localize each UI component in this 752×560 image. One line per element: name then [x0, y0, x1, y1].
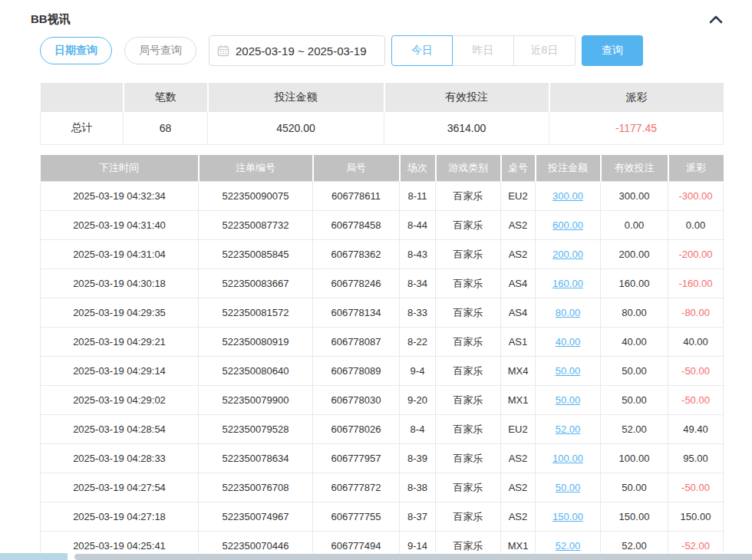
cell-order-number: 522350087732	[199, 211, 313, 240]
cell-valid-bet: 200.00	[601, 240, 668, 269]
cell-payout: 150.00	[668, 502, 724, 532]
h-scrollbar-left-segment[interactable]	[0, 553, 68, 560]
cell-round-number: 606777872	[313, 473, 400, 502]
summary-count: 68	[124, 112, 208, 144]
cell-order-number: 522350079900	[199, 386, 313, 415]
collapse-chevron-up-icon[interactable]	[708, 14, 724, 25]
cell-payout: -160.00	[668, 269, 724, 298]
cell-round-number: 606778089	[313, 357, 400, 386]
cell-bet-time: 2025-03-19 04:31:04	[41, 240, 199, 269]
cell-round-number: 606778458	[313, 211, 400, 240]
cell-payout: 95.00	[668, 444, 724, 473]
calendar-icon	[217, 44, 229, 57]
cell-session: 8-44	[400, 211, 436, 240]
bet-table-body: 2025-03-19 04:32:34522350090075606778611…	[41, 182, 724, 560]
cell-bet-amount: 80.00	[536, 298, 601, 328]
round-query-tab[interactable]: 局号查询	[124, 37, 196, 64]
cell-valid-bet: 40.00	[601, 328, 668, 357]
bet-col-header-6: 投注金额	[536, 155, 601, 182]
cell-table-number: AS4	[501, 269, 536, 298]
cell-payout: -50.00	[668, 357, 724, 386]
table-row: 2025-03-19 04:27:54522350076708606777872…	[41, 473, 724, 502]
cell-bet-amount: 100.00	[536, 444, 601, 473]
cell-game-type: 百家乐	[436, 444, 501, 473]
bet-amount-link[interactable]: 52.00	[556, 423, 581, 435]
bet-amount-link[interactable]: 40.00	[556, 336, 581, 348]
cell-session: 8-39	[400, 444, 436, 473]
table-row: 2025-03-19 04:30:18522350083667606778246…	[41, 269, 724, 298]
bet-amount-link[interactable]: 160.00	[552, 278, 583, 289]
cell-game-type: 百家乐	[436, 182, 501, 211]
table-row: 2025-03-19 04:29:14522350080640606778089…	[41, 357, 724, 386]
date-range-input[interactable]: 2025-03-19 ~ 2025-03-19	[209, 35, 385, 66]
summary-header-row: 笔数投注金额有效投注派彩	[41, 83, 724, 112]
cell-session: 9-4	[400, 357, 436, 386]
bet-amount-link[interactable]: 50.00	[556, 482, 581, 493]
summary-col-header-4: 派彩	[549, 83, 724, 112]
cell-game-type: 百家乐	[436, 473, 501, 502]
cell-valid-bet: 100.00	[601, 444, 668, 473]
bet-amount-link[interactable]: 600.00	[552, 219, 583, 231]
bet-amount-link[interactable]: 150.00	[552, 511, 583, 522]
table-row: 2025-03-19 04:27:18522350074967606777755…	[41, 502, 724, 532]
h-scrollbar-thumb[interactable]	[74, 554, 752, 560]
quick-range-last8days[interactable]: 近8日	[514, 35, 576, 66]
bet-amount-link[interactable]: 200.00	[552, 249, 583, 260]
cell-session: 8-11	[400, 182, 436, 211]
table-row: 2025-03-19 04:28:33522350078634606777957…	[41, 444, 724, 473]
bet-amount-link[interactable]: 80.00	[556, 307, 581, 318]
cell-game-type: 百家乐	[436, 502, 501, 532]
cell-round-number: 606777957	[313, 444, 400, 473]
cell-order-number: 522350085845	[199, 240, 313, 269]
cell-payout: 0.00	[668, 211, 724, 240]
cell-order-number: 522350079528	[199, 415, 313, 444]
summary-table: 笔数投注金额有效投注派彩 总计 68 4520.00 3614.00 -1177…	[40, 83, 724, 145]
bet-amount-link[interactable]: 300.00	[552, 190, 583, 202]
bet-col-header-1: 注单编号	[199, 155, 313, 182]
cell-bet-amount: 50.00	[536, 357, 601, 386]
date-query-tab[interactable]: 日期查询	[40, 37, 112, 64]
cell-bet-amount: 160.00	[536, 269, 601, 298]
cell-valid-bet: 50.00	[601, 386, 668, 415]
cell-round-number: 606778362	[313, 240, 400, 269]
summary-bet-amount: 4520.00	[208, 112, 384, 144]
cell-order-number: 522350081572	[199, 298, 313, 328]
cell-session: 8-37	[400, 502, 436, 532]
quick-range-yesterday[interactable]: 昨日	[453, 35, 514, 66]
bet-records-table: 下注时间注单编号局号场次游戏类别桌号投注金额有效投注派彩 2025-03-19 …	[40, 155, 724, 560]
table-row: 2025-03-19 04:29:02522350079900606778030…	[41, 386, 724, 415]
cell-bet-amount: 52.00	[536, 415, 601, 444]
bet-amount-link[interactable]: 50.00	[556, 365, 581, 377]
quick-range-today[interactable]: 今日	[391, 35, 453, 66]
summary-total-label: 总计	[41, 112, 124, 144]
cell-valid-bet: 50.00	[601, 473, 668, 502]
cell-table-number: AS1	[501, 328, 536, 357]
cell-order-number: 522350080640	[199, 357, 313, 386]
cell-table-number: AS2	[501, 473, 536, 502]
cell-order-number: 522350076708	[199, 473, 313, 502]
cell-round-number: 606778087	[313, 328, 400, 357]
bet-amount-link[interactable]: 52.00	[556, 540, 581, 552]
cell-bet-amount: 150.00	[536, 502, 601, 532]
cell-valid-bet: 80.00	[601, 298, 668, 328]
cell-bet-time: 2025-03-19 04:29:02	[41, 386, 199, 415]
summary-col-header-0	[41, 83, 124, 112]
cell-bet-time: 2025-03-19 04:28:33	[41, 444, 199, 473]
cell-bet-time: 2025-03-19 04:29:21	[41, 328, 199, 357]
cell-game-type: 百家乐	[436, 211, 501, 240]
table-row: 2025-03-19 04:29:21522350080919606778087…	[41, 328, 724, 357]
bet-table-header-row: 下注时间注单编号局号场次游戏类别桌号投注金额有效投注派彩	[41, 155, 724, 182]
cell-valid-bet: 160.00	[601, 269, 668, 298]
bet-amount-link[interactable]: 100.00	[552, 453, 583, 464]
summary-valid-bet: 3614.00	[384, 112, 549, 144]
summary-col-header-1: 笔数	[124, 83, 208, 112]
cell-game-type: 百家乐	[436, 298, 501, 328]
summary-total-row: 总计 68 4520.00 3614.00 -1177.45	[41, 112, 724, 144]
cell-bet-time: 2025-03-19 04:29:35	[41, 298, 199, 328]
cell-session: 9-20	[400, 386, 436, 415]
search-button[interactable]: 查询	[582, 35, 643, 66]
cell-table-number: MX1	[501, 386, 536, 415]
cell-bet-time: 2025-03-19 04:27:18	[41, 502, 199, 532]
cell-table-number: AS2	[501, 211, 536, 240]
bet-amount-link[interactable]: 50.00	[556, 394, 581, 406]
